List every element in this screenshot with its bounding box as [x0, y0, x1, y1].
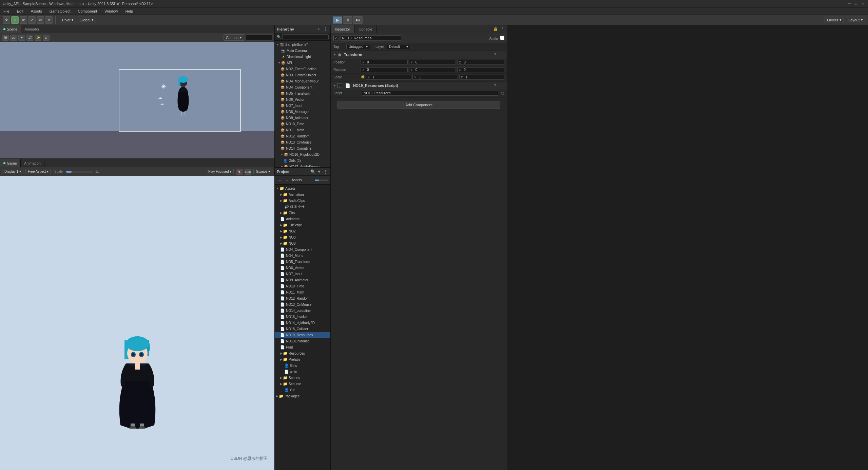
- close-button[interactable]: ✕: [861, 1, 865, 6]
- tag-dropdown[interactable]: Untagged ▾: [346, 44, 370, 49]
- script-question-icon[interactable]: ?: [492, 83, 498, 88]
- project-search-btn[interactable]: 🔍: [310, 169, 315, 174]
- gizmos-game-dropdown[interactable]: Gizmos ▾: [253, 169, 272, 174]
- step-button[interactable]: ⏭: [353, 16, 363, 24]
- hierarchy-item-maincamera[interactable]: 📷 Main Camera: [275, 48, 330, 54]
- menu-assets[interactable]: Assets: [30, 8, 43, 14]
- scene-search-input[interactable]: [245, 34, 272, 41]
- mute-btn[interactable]: 🔇: [236, 169, 243, 175]
- tab-console[interactable]: Console: [354, 25, 377, 33]
- hierarchy-item-no6[interactable]: 📦 NO6_Vector: [275, 96, 330, 102]
- scale-tool[interactable]: ⤢: [28, 16, 36, 24]
- proj-item-no16in[interactable]: 📄 NO16_Invoke: [275, 314, 330, 320]
- pivot-dropdown[interactable]: Pivot ▾: [60, 17, 76, 23]
- project-add-btn[interactable]: +: [316, 169, 322, 174]
- proj-item-no18col[interactable]: 📄 NO18_Collider: [275, 326, 330, 332]
- display-dropdown[interactable]: Display 1 ▾: [2, 169, 23, 174]
- proj-item-no19res[interactable]: 📄 NO19_Resources: [275, 332, 330, 338]
- play-focused-dropdown[interactable]: Play Focused ▾: [206, 169, 234, 174]
- hierarchy-search-input[interactable]: [282, 34, 329, 39]
- pause-button[interactable]: ⏸: [343, 16, 352, 24]
- proj-item-no4mono[interactable]: 📄 NO4_Mono: [275, 252, 330, 259]
- hierarchy-item-no2[interactable]: 📦 NO2_EventFunction: [275, 66, 330, 72]
- hierarchy-item-no16[interactable]: ▼ 📦 NO16_Rigidbody2D: [275, 151, 330, 157]
- proj-item-no7in[interactable]: 📄 NO7_Input: [275, 271, 330, 277]
- proj-item-no8f[interactable]: ▶ 📁 NO8: [275, 240, 330, 246]
- hierarchy-item-girl1[interactable]: 👤 Girls (2): [275, 157, 330, 164]
- tab-game[interactable]: Game: [0, 159, 21, 167]
- menu-gameobject[interactable]: GameObject: [48, 8, 72, 14]
- proj-item-no14r2[interactable]: 📄 NO14_rigidbody2D: [275, 320, 330, 326]
- hierarchy-item-dirlight[interactable]: ☀ Directional Light: [275, 54, 330, 60]
- hierarchy-item-samplescene[interactable]: ▼ 🎬 SampleScene*: [275, 41, 330, 48]
- proj-item-animation[interactable]: ▶ 📁 Animation: [275, 191, 330, 198]
- scene-audio-btn[interactable]: 🔊: [26, 35, 33, 41]
- project-menu-btn[interactable]: ⋮: [323, 169, 328, 174]
- tab-animation[interactable]: Animation: [21, 159, 44, 167]
- rotation-z-field[interactable]: Z 0: [457, 67, 504, 72]
- static-checkbox[interactable]: [500, 36, 504, 40]
- tab-scene[interactable]: Scene: [0, 25, 21, 33]
- object-enabled-checkbox[interactable]: ✓: [333, 36, 338, 40]
- hierarchy-item-no10[interactable]: 📦 NO10_Time: [275, 121, 330, 127]
- position-x-field[interactable]: X 0: [361, 60, 408, 65]
- proj-item-assets[interactable]: ▼ 📁 Assets: [275, 185, 330, 191]
- transform-section-header[interactable]: ▼ ⊕ Transform ? ⋮: [331, 51, 507, 59]
- hierarchy-item-api[interactable]: ▼ 📦 API: [275, 60, 330, 66]
- layout-dropdown[interactable]: Layout ▾: [846, 17, 865, 23]
- menu-component[interactable]: Component: [76, 8, 98, 14]
- hierarchy-item-no13[interactable]: 📦 NO13_OnMouse: [275, 139, 330, 145]
- hierarchy-add-btn[interactable]: +: [316, 26, 322, 32]
- project-forward-btn[interactable]: →: [284, 177, 290, 183]
- move-tool[interactable]: ⊕: [11, 16, 19, 24]
- proj-item-no2f[interactable]: ▶ 📁 NO2: [275, 228, 330, 234]
- hierarchy-menu-btn[interactable]: ⋮: [323, 26, 328, 32]
- proj-item-packages[interactable]: ▶ 📁 Packages: [275, 393, 330, 399]
- hierarchy-item-no7[interactable]: 📦 NO7_Input: [275, 102, 330, 109]
- scene-light-btn[interactable]: ☀: [18, 35, 25, 41]
- scene-grid-btn[interactable]: ⊞: [43, 35, 50, 41]
- inspector-lock-icon[interactable]: 🔒: [493, 26, 498, 32]
- script-target-icon[interactable]: ◎: [501, 91, 504, 95]
- proj-item-audio-sub[interactable]: 🔊 战虎-小样: [275, 204, 330, 210]
- proj-item-no13om[interactable]: 📄 NO13OnMouse: [275, 338, 330, 344]
- proj-item-prefabs-girls[interactable]: 👤 Girls: [275, 362, 330, 369]
- global-dropdown[interactable]: Global ▾: [77, 17, 96, 23]
- hierarchy-item-no14[interactable]: 📦 NO14_Coroutine: [275, 145, 330, 151]
- rotation-x-field[interactable]: X 0: [361, 67, 408, 72]
- rotate-tool[interactable]: ⟳: [20, 16, 27, 24]
- proj-item-csharp[interactable]: ▶ 📁 C#Script: [275, 222, 330, 228]
- transform-tool[interactable]: ⧈: [45, 16, 53, 24]
- hierarchy-item-no9[interactable]: 📦 NO9_Animator: [275, 115, 330, 121]
- inspector-menu-icon[interactable]: ⋮: [500, 26, 505, 32]
- proj-item-no10t[interactable]: 📄 NO10_Time: [275, 283, 330, 289]
- proj-item-animator[interactable]: 📄 Animator: [275, 216, 330, 222]
- stats-btn[interactable]: Stats: [245, 169, 251, 175]
- rect-tool[interactable]: ▭: [37, 16, 44, 24]
- script-enabled-checkbox[interactable]: ✓: [337, 83, 342, 88]
- scene-fx-btn[interactable]: ✨: [35, 35, 41, 41]
- proj-item-no14co[interactable]: 📄 NO14_coroutine: [275, 307, 330, 314]
- menu-edit[interactable]: Edit: [16, 8, 25, 14]
- scale-z-field[interactable]: Z 1: [459, 75, 504, 80]
- aspect-dropdown[interactable]: Free Aspect ▾: [25, 169, 51, 174]
- transform-question-icon[interactable]: ?: [492, 52, 498, 57]
- scale-x-field[interactable]: X 1: [366, 75, 411, 80]
- hierarchy-item-no4mono[interactable]: 📦 NO4_MonoBehaviour: [275, 78, 330, 84]
- proj-item-resources[interactable]: ▶ 📁 Resources: [275, 350, 330, 356]
- layer-dropdown[interactable]: Default ▾: [387, 44, 410, 49]
- tab-inspector[interactable]: Inspector: [331, 25, 354, 33]
- proj-item-source[interactable]: ▶ 📁 Scourse: [275, 381, 330, 387]
- scale-slider[interactable]: [66, 171, 93, 173]
- project-back-btn[interactable]: ←: [277, 177, 283, 183]
- proj-item-no12r[interactable]: 📄 NO12_Random: [275, 295, 330, 301]
- proj-item-no3f[interactable]: ▶ 📁 NO3: [275, 234, 330, 240]
- proj-item-no4comp[interactable]: 📄 NO4_Component: [275, 246, 330, 252]
- hand-tool[interactable]: ✥: [3, 16, 10, 24]
- hierarchy-item-no8[interactable]: 📦 NO8_Message: [275, 109, 330, 115]
- position-z-field[interactable]: Z 0: [457, 60, 504, 65]
- proj-item-scenes[interactable]: ▶ 📁 Scenes: [275, 375, 330, 381]
- proj-item-no5tr[interactable]: 📄 NO5_Transform: [275, 259, 330, 265]
- proj-item-no11m[interactable]: 📄 NO11_Math: [275, 289, 330, 295]
- transform-settings-icon[interactable]: ⋮: [499, 52, 504, 57]
